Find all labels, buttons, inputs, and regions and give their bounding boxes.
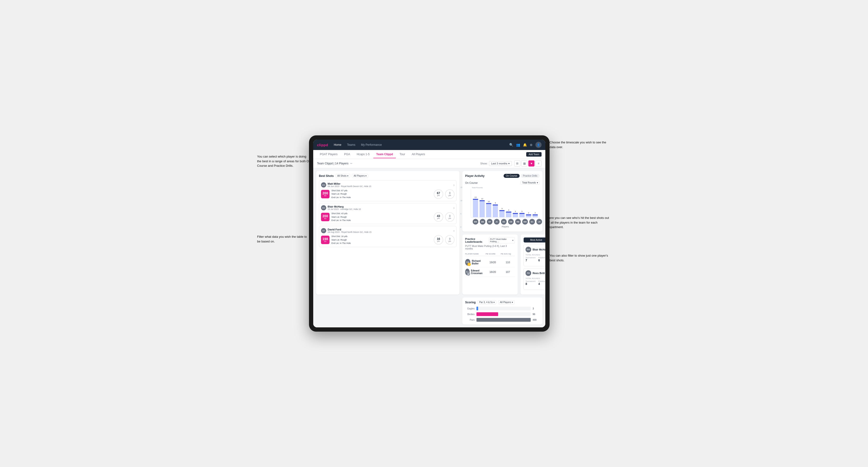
player-avatar[interactable]: GB: [508, 219, 514, 224]
shot-item[interactable]: MM Matt Miller 09 Jun 2023 · Royal North…: [319, 180, 457, 201]
view-list-button[interactable]: ≡: [535, 160, 541, 166]
activity-player-row: RB Rees Britt 02 Sep 2023: [526, 270, 545, 276]
team-header: Team Clippd | 14 Players ✏ Show: Last 3 …: [313, 159, 545, 168]
scoring-players-filter[interactable]: All Players ▾: [498, 300, 515, 304]
bar-value-label: 2: [535, 212, 536, 214]
all-shots-dropdown[interactable]: All Shots ▾: [336, 174, 350, 178]
bar[interactable]: [499, 210, 504, 217]
chart-sub-title: On Course: [465, 181, 478, 184]
toggle-practice[interactable]: Practice Drills: [521, 174, 540, 178]
tab-pgat-players[interactable]: PGAT Players: [317, 151, 340, 158]
stat-unit: yds: [437, 217, 440, 219]
chevron-down-icon: ▾: [537, 181, 538, 184]
chevron-right-icon: ›: [453, 229, 455, 232]
player-avatar[interactable]: EC: [529, 219, 535, 224]
y-label-0: 0: [460, 226, 462, 228]
bar[interactable]: [473, 199, 478, 217]
nav-link-teams[interactable]: Teams: [346, 143, 356, 147]
shot-info-line: Start Lie: Rough: [331, 238, 432, 242]
all-players-dropdown[interactable]: All Players ▾: [352, 174, 368, 178]
player-avatar[interactable]: JC: [494, 219, 500, 224]
chart-filter-dropdown[interactable]: Total Rounds ▾: [521, 181, 540, 185]
tab-pga[interactable]: PGA: [341, 151, 353, 158]
player-avatar-wrap: MM: [522, 219, 528, 224]
tab-all-players[interactable]: All Players: [409, 151, 428, 158]
activity-player-name: Blair McHarg: [533, 248, 545, 251]
edit-icon[interactable]: ✏: [350, 162, 352, 165]
practice-pb-score: 18/20: [486, 271, 500, 273]
bar[interactable]: [486, 203, 491, 217]
shot-badge: 200 SG: [321, 213, 330, 221]
search-icon[interactable]: 🔍: [509, 143, 513, 147]
tab-team-clippd[interactable]: Team Clippd: [373, 151, 396, 158]
bell-icon[interactable]: 🔔: [523, 143, 527, 147]
bar[interactable]: [519, 213, 525, 217]
scoring-card: Scoring Par 3, 4 & 5s ▾ All Players ▾ Ea…: [462, 298, 542, 324]
tab-tour[interactable]: Tour: [397, 151, 408, 158]
bar-highlight: [506, 212, 511, 213]
col-pb-avg-sq: PB AVG SQ: [501, 253, 515, 255]
avatar[interactable]: 👤: [535, 142, 541, 148]
users-icon[interactable]: 👥: [516, 143, 520, 147]
practice-filter[interactable]: PUTT Must Make Putting ... ▾: [489, 237, 515, 243]
player-avatar[interactable]: EE: [501, 219, 507, 224]
shot-badge-label: SG: [324, 241, 327, 242]
practice-player-avatar: EC 2: [465, 269, 470, 275]
player-avatar[interactable]: BM: [473, 219, 478, 224]
y-label-5: 5: [460, 213, 462, 215]
toggle-on-course[interactable]: On Course: [503, 174, 520, 178]
shot-item[interactable]: BM Blair McHarg 23 Jul 2023 · Ashridge G…: [319, 203, 457, 224]
player-avatar[interactable]: BB: [480, 219, 486, 224]
stat-num: 16: [437, 238, 440, 240]
add-icon[interactable]: ⊕: [530, 143, 533, 147]
tab-hcaps[interactable]: Hcaps 1-5: [354, 151, 372, 158]
activity-card: Most Active Least Active BM Blair McHarg…: [521, 235, 545, 294]
player-avatar[interactable]: LR: [536, 219, 542, 224]
practice-pb-avg: 107: [501, 271, 515, 273]
bar-highlight: [519, 213, 525, 214]
scoring-row-label: Birdies: [465, 313, 474, 316]
player-avatar[interactable]: DF: [487, 219, 493, 224]
main-content: Player Activity On Course Practice Drill…: [313, 168, 545, 328]
bar[interactable]: [533, 214, 538, 217]
view-grid-button[interactable]: ⊞: [514, 160, 520, 166]
rank-badge: 2: [467, 272, 470, 276]
shot-detail-row: 200 SG Shot Dist: 67 ydsStart Lie: Rough…: [321, 189, 455, 199]
view-heart-button[interactable]: ♥: [528, 160, 534, 166]
shot-item[interactable]: DF David Ford 24 Aug 2023 · Royal North …: [319, 226, 457, 247]
bar[interactable]: [493, 205, 498, 217]
player-avatar[interactable]: MM: [522, 219, 528, 224]
scoring-bar-wrap: [476, 312, 531, 316]
shot-info: Shot Dist: 43 ydsStart Lie: RoughEnd Lie…: [331, 212, 432, 222]
practice-row[interactable]: EC 2 Edward Crossman 18/20 107: [465, 267, 515, 277]
most-active-button[interactable]: Most Active: [524, 238, 545, 243]
nav-links: Home Teams My Performance: [333, 143, 504, 147]
view-grid2-button[interactable]: ▦: [521, 160, 527, 166]
annotation-left-bottom: Filter what data you wish the table to b…: [257, 235, 309, 244]
bar[interactable]: [513, 213, 518, 217]
shot-info-line: Shot Dist: 16 yds: [331, 235, 432, 238]
add-team-button[interactable]: Add Team: [526, 152, 541, 157]
nav-link-my-performance[interactable]: My Performance: [360, 143, 383, 147]
nav-link-home[interactable]: Home: [333, 143, 342, 147]
scoring-bar-wrap: [476, 307, 531, 310]
bar[interactable]: [479, 200, 485, 217]
player-avatar[interactable]: RB: [515, 219, 521, 224]
all-players-label: All Players: [353, 175, 365, 177]
chevron-down-icon: ▾: [493, 301, 495, 304]
show-dropdown[interactable]: Last 3 months ▾: [489, 161, 512, 166]
player-avatar-wrap: LR: [536, 219, 542, 224]
tournament-label: Tournament: [526, 280, 535, 282]
practice-col: Practice 4: [538, 280, 545, 286]
shot-player-meta: 23 Jul 2023 · Ashridge GC, Hole 15: [328, 208, 452, 210]
shot-info-line: End Lie: In The Hole: [331, 196, 432, 199]
par-filter[interactable]: Par 3, 4 & 5s ▾: [478, 300, 497, 304]
stat-num: 67: [437, 192, 440, 195]
filter-label: Total Rounds: [522, 181, 536, 184]
chevron-down-icon: ▾: [508, 162, 510, 165]
bar[interactable]: [506, 212, 511, 217]
player-avatar-wrap: GB: [508, 219, 514, 224]
shot-player-header: MM Matt Miller 09 Jun 2023 · Royal North…: [321, 182, 455, 187]
practice-row[interactable]: RB 1 Richard Butler 19/20 110: [465, 257, 515, 267]
bar[interactable]: [526, 214, 531, 217]
